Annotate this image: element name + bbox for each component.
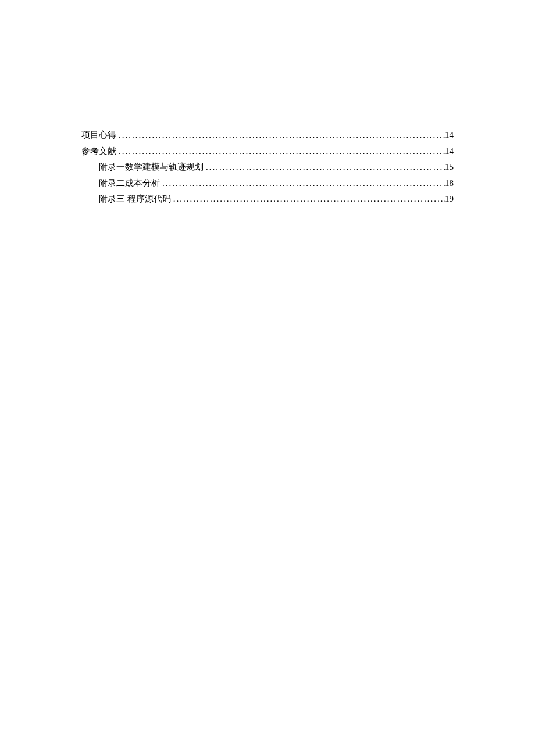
toc-leader-dots <box>116 128 445 143</box>
toc-entry: 项目心得 14 <box>81 128 454 143</box>
toc-leader-dots <box>160 176 445 191</box>
toc-entry: 附录三 程序源代码 19 <box>81 192 454 207</box>
toc-leader-dots <box>116 144 445 159</box>
toc-entry-label: 参考文献 <box>81 144 116 159</box>
table-of-contents: 项目心得 14 参考文献 14 附录一数学建模与轨迹规划 15 附录二成本分析 … <box>81 128 454 207</box>
toc-entry: 参考文献 14 <box>81 144 454 159</box>
toc-entry-label: 附录一数学建模与轨迹规划 <box>99 160 204 175</box>
toc-entry-label: 附录三 程序源代码 <box>99 192 171 207</box>
toc-entry-label: 项目心得 <box>81 128 116 143</box>
toc-entry: 附录二成本分析 18 <box>81 176 454 191</box>
toc-leader-dots <box>171 192 445 207</box>
toc-entry: 附录一数学建模与轨迹规划 15 <box>81 160 454 175</box>
toc-entry-page: 14 <box>445 128 454 143</box>
toc-entry-page: 18 <box>445 176 454 191</box>
toc-entry-label: 附录二成本分析 <box>99 176 160 191</box>
toc-entry-page: 15 <box>445 160 454 175</box>
toc-entry-page: 14 <box>445 144 454 159</box>
toc-leader-dots <box>204 160 445 175</box>
toc-entry-page: 19 <box>445 192 454 207</box>
